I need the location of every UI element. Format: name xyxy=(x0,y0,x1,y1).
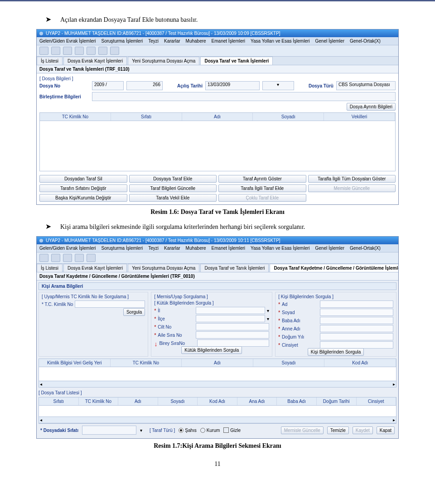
toolbar-icon[interactable] xyxy=(39,254,48,262)
tabs: İş Listesi Dosya Evrak Kayıt İşlemleri Y… xyxy=(37,57,398,65)
toolbar-icon[interactable] xyxy=(51,254,60,262)
field-aile-sira-no[interactable] xyxy=(196,331,269,339)
menu-item[interactable]: Teyzi xyxy=(148,246,159,251)
kaydet-button[interactable]: Kaydet xyxy=(353,426,373,434)
menu-item[interactable]: Gelen/Giden Evrak İşlemleri xyxy=(39,246,96,251)
chevron-down-icon[interactable]: ▾ xyxy=(262,81,294,90)
toolbar-icon[interactable] xyxy=(75,254,84,262)
menu-item[interactable]: Muhabere xyxy=(186,246,206,251)
menu-item[interactable]: Yasa Yolları ve Esas İşlemleri xyxy=(251,246,309,251)
chevron-down-icon[interactable]: ▾ xyxy=(267,308,269,313)
arrow-icon: ➤ xyxy=(45,222,51,231)
field-birey-sira-no[interactable] xyxy=(197,339,269,347)
menu-item[interactable]: Genel-Ortak(X) xyxy=(350,246,381,251)
field-tc[interactable] xyxy=(75,300,145,308)
menu-item[interactable]: Muhabere xyxy=(186,39,206,44)
checkbox-gizle[interactable]: Gizle xyxy=(223,427,241,433)
tab-dosya-evrak[interactable]: Dosya Evrak Kayıt İşlemleri xyxy=(63,57,127,65)
caption-1: Resim 1.6: Dosya Taraf ve Tanık İşlemler… xyxy=(36,208,399,216)
taraf-bilgileri-guncelle-button[interactable]: Taraf Bilgileri Güncelle xyxy=(129,184,217,192)
ilgili-taraf-ekle-button[interactable]: Tarafa İlgili Taraf Ekle xyxy=(218,184,306,192)
toolbar-icon[interactable] xyxy=(39,47,48,55)
tab-dosya-taraf[interactable]: Dosya Taraf ve Tanık İşlemleri xyxy=(200,264,269,272)
field-soyad[interactable] xyxy=(320,309,393,316)
baska-kisi-degistir-button[interactable]: Başka Kişi/Kurumla Değiştir xyxy=(39,194,127,202)
sorgula-button[interactable]: Sorgula xyxy=(123,308,145,316)
field-cilt-no[interactable] xyxy=(196,323,269,330)
dosyaya-taraf-ekle-button[interactable]: Dosyaya Taraf Ekle xyxy=(129,175,217,183)
chevron-down-icon[interactable]: ▾ xyxy=(267,316,269,321)
memisle-guncelle-button[interactable]: Memisle Güncelle xyxy=(308,184,396,192)
toolbar-icon[interactable] xyxy=(63,254,72,262)
doc-bullet-1: ➤ Açılan ekrandan Dosyaya Taraf Ekle but… xyxy=(36,15,399,24)
menu-item[interactable]: Kararlar xyxy=(164,39,180,44)
sub-header: Dosya Taraf ve Tanık İşlemleri (TRF_0110… xyxy=(37,65,398,73)
chevron-down-icon[interactable]: ▾ xyxy=(140,428,142,433)
tab-kayit-guncelleme[interactable]: Dosya Taraf Kaydetme / Güncelleme / Görü… xyxy=(270,264,399,272)
field-acilis-tarihi[interactable]: 13/03/2009 xyxy=(205,81,260,90)
menu-item[interactable]: Emanet İşlemleri xyxy=(212,39,245,44)
group2-sub: [ Kütük Bilgilerinden Sorgula ] xyxy=(154,300,269,305)
tab-dosya-taraf[interactable]: Dosya Taraf ve Tanık İşlemleri xyxy=(200,57,273,65)
group2-title: [ Mernis/Uyap Sorgulama ] xyxy=(154,294,269,299)
tarafla-ilgili-dosyalar-button[interactable]: Tarafla İlgili Tüm Dosyaları Göster xyxy=(308,175,396,183)
menu-item[interactable]: Teyzi xyxy=(148,39,159,44)
scroll-left-icon[interactable]: ◂ xyxy=(40,382,42,387)
kutuk-sorgula-button[interactable]: Kütük Bilgilerinden Sorgula xyxy=(181,346,242,354)
tab-dosya-evrak[interactable]: Dosya Evrak Kayıt İşlemleri xyxy=(63,264,127,272)
field-dosya-turu[interactable]: CBS Soruşturma Dosyası xyxy=(336,81,396,90)
menu-item[interactable]: Genel-Ortak(X) xyxy=(350,39,381,44)
tab-yeni-sorusturma[interactable]: Yeni Soruşturma Dosyası Açma xyxy=(128,57,199,65)
menu-item[interactable]: Soruşturma İşlemleri xyxy=(102,39,143,44)
field-sifat[interactable] xyxy=(82,426,136,435)
scroll-right-icon[interactable]: ▸ xyxy=(393,417,395,422)
kapat-button[interactable]: Kapat xyxy=(377,426,395,434)
menu-item[interactable]: Gelen/Giden Evrak İşlemleri xyxy=(39,39,96,44)
dosyadan-taraf-sil-button[interactable]: Dosyadan Taraf Sil xyxy=(39,175,127,183)
label-il: İl xyxy=(158,308,194,313)
toolbar-icon[interactable] xyxy=(75,47,84,55)
menu-item[interactable]: Emanet İşlemleri xyxy=(212,246,245,251)
scroll-left-icon[interactable]: ◂ xyxy=(40,417,42,422)
field-birlestirme[interactable] xyxy=(92,92,396,101)
toolbar-icon[interactable] xyxy=(87,254,96,262)
field-dosya-num[interactable]: 266 xyxy=(126,81,163,90)
field-ad[interactable] xyxy=(320,300,393,308)
toolbar-icon[interactable] xyxy=(98,47,107,55)
tab-is-listesi[interactable]: İş Listesi xyxy=(37,264,63,272)
menu-item[interactable]: Soruşturma İşlemleri xyxy=(102,246,143,251)
field-anne-adi[interactable] xyxy=(320,325,393,332)
mernisle-guncelle-button[interactable]: Mernisle Güncelle xyxy=(281,426,324,434)
coklu-taraf-ekle-button[interactable]: Çoklu Taraf Ekle xyxy=(218,194,306,202)
tab-yeni-sorusturma[interactable]: Yeni Soruşturma Dosyası Açma xyxy=(128,264,199,272)
label-baba-adi: Baba Adı xyxy=(282,318,318,323)
sifat-degistir-button[interactable]: Tarafın Sıfatını Değiştir xyxy=(39,184,127,192)
menu-item[interactable]: Genel İşlemler xyxy=(315,246,344,251)
grid-a-body xyxy=(39,367,396,381)
toolbar-icon[interactable] xyxy=(110,47,119,55)
taraf-ayrinti-goster-button[interactable]: Taraf Ayrıntı Göster xyxy=(218,175,306,183)
field-il[interactable] xyxy=(196,307,265,314)
toolbar-icon[interactable] xyxy=(51,47,60,55)
scroll-right-icon[interactable]: ▸ xyxy=(393,382,395,387)
col-b: Soyadı xyxy=(158,397,198,405)
field-ilce[interactable] xyxy=(196,315,265,322)
temizle-button[interactable]: Temizle xyxy=(327,426,349,434)
field-dosya-year[interactable]: 2009 / xyxy=(92,81,124,90)
field-cinsiyet[interactable] xyxy=(320,341,393,349)
tab-is-listesi[interactable]: İş Listesi xyxy=(37,57,63,65)
menu-item[interactable]: Genel İşlemler xyxy=(315,39,344,44)
caption-2: Resim 1.7:Kişi Arama Bilgileri Sekmesi E… xyxy=(36,442,399,450)
dosya-ayrinti-button[interactable]: Dosya Ayrıntı Bilgileri xyxy=(347,103,396,111)
toolbar-icon[interactable] xyxy=(63,47,72,55)
field-baba-adi[interactable] xyxy=(320,317,393,324)
field-dogum-yili[interactable] xyxy=(320,333,393,340)
toolbar-icon[interactable] xyxy=(87,47,96,55)
menu-item[interactable]: Yasa Yolları ve Esas İşlemleri xyxy=(251,39,309,44)
tarafa-vekil-ekle-button[interactable]: Tarafa Vekil Ekle xyxy=(129,194,217,202)
radio-kurum[interactable]: Kurum xyxy=(200,428,220,433)
label-dogum-yili: Doğum Yılı xyxy=(282,334,318,339)
radio-sahis[interactable]: Şahıs xyxy=(179,428,197,433)
kisi-sorgula-button[interactable]: Kişi Bilgilerinden Sorgula xyxy=(308,348,364,356)
menu-item[interactable]: Kararlar xyxy=(164,246,180,251)
